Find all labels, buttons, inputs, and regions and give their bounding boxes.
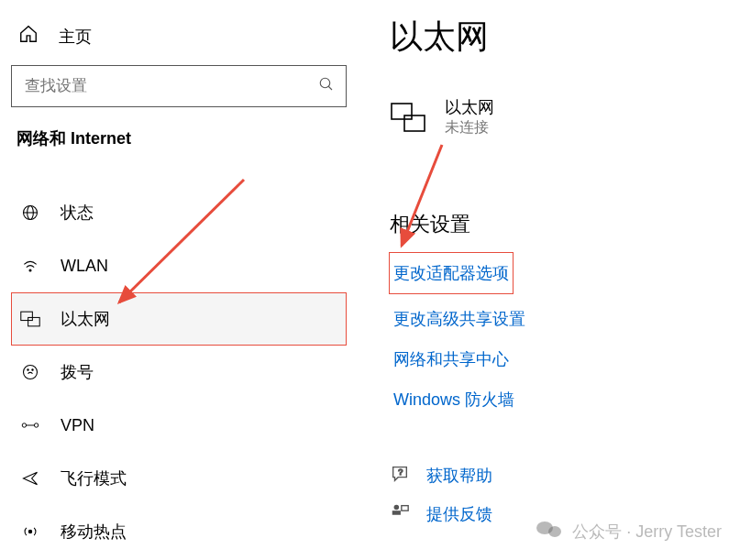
page-title: 以太网 <box>390 15 729 60</box>
link-advanced-sharing[interactable]: 更改高级共享设置 <box>390 299 729 339</box>
link-network-center[interactable]: 网络和共享中心 <box>390 339 729 379</box>
ethernet-status-state: 未连接 <box>445 118 494 137</box>
svg-point-10 <box>32 369 33 370</box>
sidebar-item-label: 状态 <box>61 202 94 224</box>
svg-point-5 <box>29 269 31 271</box>
section-header: 网络和 Internet <box>11 127 347 149</box>
svg-rect-15 <box>392 104 412 119</box>
sidebar-item-hotspot[interactable]: 移动热点 <box>11 505 347 558</box>
globe-icon <box>20 203 40 222</box>
dialup-icon <box>20 363 40 381</box>
sidebar-item-label: 以太网 <box>61 308 110 330</box>
svg-rect-7 <box>28 317 40 325</box>
link-adapter-options[interactable]: 更改适配器选项 <box>390 253 513 293</box>
search-box[interactable] <box>11 65 347 107</box>
svg-rect-6 <box>21 312 33 320</box>
sidebar-item-vpn[interactable]: VPN <box>11 399 347 452</box>
sidebar-item-label: WLAN <box>61 257 108 276</box>
wifi-icon <box>20 257 40 275</box>
settings-content: 以太网 以太网 未连接 相关设置 更改适配器选项 更改高级共享设置 网络和共享中… <box>390 0 729 560</box>
sidebar-item-dialup[interactable]: 拨号 <box>11 346 347 399</box>
svg-rect-20 <box>402 505 408 511</box>
link-feedback[interactable]: 提供反馈 <box>426 503 492 525</box>
home-icon <box>18 24 39 49</box>
home-button[interactable]: 主页 <box>11 18 347 65</box>
svg-point-9 <box>28 369 28 370</box>
hotspot-icon <box>20 522 40 541</box>
search-icon <box>318 76 335 96</box>
get-help-row[interactable]: ? 获取帮助 <box>390 456 729 495</box>
settings-sidebar: 主页 网络和 Internet 状态 WLAN <box>0 0 358 560</box>
svg-point-22 <box>548 526 561 537</box>
sidebar-item-label: 移动热点 <box>61 521 127 543</box>
svg-rect-16 <box>404 115 425 131</box>
ethernet-icon <box>20 310 40 328</box>
sidebar-item-airplane[interactable]: 飞行模式 <box>11 452 347 505</box>
sidebar-item-status[interactable]: 状态 <box>11 186 347 239</box>
svg-point-0 <box>320 78 330 88</box>
link-firewall[interactable]: Windows 防火墙 <box>390 379 729 420</box>
home-label: 主页 <box>59 26 92 48</box>
help-icon: ? <box>390 464 410 489</box>
sidebar-item-wlan[interactable]: WLAN <box>11 239 347 292</box>
airplane-icon <box>20 469 40 488</box>
svg-point-18 <box>394 504 400 510</box>
sidebar-item-label: VPN <box>61 416 94 435</box>
ethernet-status-icon <box>390 101 426 134</box>
related-settings-header: 相关设置 <box>390 211 729 238</box>
vpn-icon <box>20 416 40 434</box>
watermark: 公众号 · Jerry Tester <box>536 519 722 544</box>
svg-line-1 <box>328 86 332 90</box>
feedback-icon <box>390 502 410 527</box>
ethernet-status-text: 以太网 未连接 <box>445 96 494 137</box>
link-get-help[interactable]: 获取帮助 <box>426 465 492 487</box>
svg-rect-19 <box>392 511 401 515</box>
ethernet-status-row[interactable]: 以太网 未连接 <box>390 96 729 137</box>
svg-point-14 <box>28 530 31 533</box>
svg-point-11 <box>22 423 26 427</box>
svg-text:?: ? <box>398 467 403 476</box>
watermark-text: 公众号 · Jerry Tester <box>572 521 722 543</box>
wechat-icon <box>536 519 563 544</box>
ethernet-status-name: 以太网 <box>445 96 494 118</box>
sidebar-item-label: 飞行模式 <box>61 467 127 489</box>
svg-point-12 <box>34 423 38 427</box>
sidebar-item-label: 拨号 <box>61 361 94 383</box>
search-input[interactable] <box>23 76 318 96</box>
sidebar-item-ethernet[interactable]: 以太网 <box>11 292 347 346</box>
